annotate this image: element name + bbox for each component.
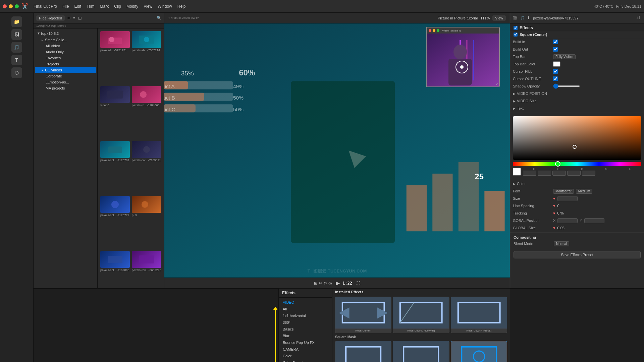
inspector-icon-info[interactable]: ℹ [528, 16, 529, 20]
cursor-fill-checkbox[interactable] [553, 69, 558, 74]
fullscreen-btn[interactable]: ⛶ [356, 281, 360, 286]
pip-maximize[interactable] [437, 29, 439, 32]
timeline-tool-5[interactable]: ↩ [183, 292, 187, 296]
font-weight-dropdown[interactable]: Medium [576, 189, 593, 194]
effect-2[interactable]: Rect (DownR->TopL) [451, 297, 507, 333]
window-controls[interactable] [3, 4, 19, 8]
maximize-btn[interactable] [15, 4, 19, 8]
sidebar-icon-titles[interactable]: T [11, 55, 22, 65]
build-out-checkbox[interactable] [553, 47, 558, 52]
thumb-9[interactable]: pexels-ron...-6652296 [132, 251, 161, 304]
hue-bar[interactable] [513, 162, 641, 166]
effects-cat-color-presets[interactable]: Color Presets [279, 359, 332, 362]
hue-cursor[interactable] [555, 161, 560, 167]
menu-file[interactable]: File [62, 4, 69, 9]
inspector-icon-audio[interactable]: 🎵 [520, 16, 525, 20]
global-pos-x-input[interactable]: 0,52 px [557, 218, 578, 223]
timeline-tool-2[interactable]: ≡ [172, 292, 174, 296]
thumb-4[interactable]: pexels-cot...-7170781 [100, 141, 130, 194]
view-list-btn[interactable]: ≡ [73, 16, 75, 20]
trim-btn[interactable]: ✂ [319, 281, 322, 286]
thumb-3[interactable]: pexels-ro...-8184068 [132, 86, 161, 139]
close-btn[interactable] [3, 4, 7, 8]
search-btn[interactable]: 🔍 [157, 16, 161, 20]
tracking-heart-icon[interactable]: ♥ [553, 211, 555, 215]
build-in-checkbox[interactable] [553, 40, 558, 44]
timeline-tool-3[interactable]: ⊡ [175, 292, 179, 296]
global-size-heart-icon[interactable]: ♥ [553, 226, 555, 230]
global-pos-y-input[interactable]: 0,19 px [584, 218, 604, 223]
timeline-tool-4[interactable]: ▾ [180, 292, 182, 296]
effect-4[interactable]: Rect (TopR->DownL) [393, 341, 449, 362]
effects-cat-blur[interactable]: Blur [279, 333, 332, 339]
clip-appearance-btn[interactable]: ◫ [78, 16, 82, 20]
menu-finalcut[interactable]: Final Cut Pro [34, 4, 57, 9]
menu-view[interactable]: View [144, 4, 152, 9]
play-pause-btn[interactable]: ▶ [336, 280, 340, 286]
top-bar-color-swatch[interactable] [553, 61, 560, 67]
effects-cat-basics[interactable]: Basics [279, 326, 332, 333]
l-input[interactable]: 0 [582, 171, 595, 176]
top-bar-dropdown[interactable]: Fully Visible [553, 54, 576, 59]
color-swatch-white[interactable] [513, 168, 521, 176]
menu-clip[interactable]: Clip [114, 4, 121, 9]
effects-cat-all[interactable]: All [279, 306, 332, 312]
shadow-opacity-slider[interactable] [553, 85, 580, 87]
effect-0[interactable]: Rect (Center) [335, 297, 391, 333]
thumb-11[interactable]: pexels-ya...-7315397 [132, 306, 161, 359]
favorites-item[interactable]: Favorites [35, 55, 96, 61]
sidebar-icon-music[interactable]: 🎵 [11, 42, 22, 53]
inspector-icon-video[interactable]: 🎬 [513, 16, 518, 20]
menu-edit[interactable]: Edit [74, 4, 81, 9]
llmotion-item[interactable]: LLmotion-as... [35, 79, 96, 85]
effect-1[interactable]: Rect (DownL->DownR) [393, 297, 449, 333]
audio-only-item[interactable]: Audio Only [35, 49, 96, 55]
all-video-item[interactable]: All Video [35, 43, 96, 49]
size-heart-icon[interactable]: ♥ [553, 196, 555, 200]
ma-projects-item[interactable]: MA projects [35, 85, 96, 91]
sidebar-icon-library[interactable]: 📁 [11, 16, 22, 27]
menu-mark[interactable]: Mark [100, 4, 109, 9]
sidebar-icon-photos[interactable]: 🖼 [11, 29, 22, 40]
fcpx-version[interactable]: ▾fcpx10.5.2 [35, 30, 96, 37]
thumb-10[interactable]: pexels-mi...-7626887 [100, 306, 130, 359]
effects-cat-1x1[interactable]: 1x1 horizontal [279, 312, 332, 319]
timeline-tool-6[interactable]: ↪ [188, 292, 192, 296]
menu-trim[interactable]: Trim [87, 4, 95, 9]
gradient-cursor[interactable] [573, 145, 577, 149]
thumb-1[interactable]: pexels-sh...-7507214 [132, 31, 161, 84]
corporate-item[interactable]: Corporate [35, 73, 96, 79]
line-spacing-heart-icon[interactable]: ♥ [553, 204, 555, 208]
r-input[interactable]: 235 [523, 171, 536, 176]
effects-cat-video[interactable]: VIDEO [279, 299, 332, 306]
effect-3[interactable]: Rect (TopL->DownR) [335, 341, 391, 362]
tools-btn[interactable]: ⚙ [323, 281, 327, 286]
effects-checkbox[interactable] [514, 26, 518, 30]
sidebar-icon-generators[interactable]: ⬡ [11, 67, 22, 78]
effects-cat-color[interactable]: Color [279, 353, 332, 359]
smart-collections-item[interactable]: ▸ Smart Colle... [35, 37, 96, 43]
s-input[interactable]: 54 [567, 171, 581, 176]
effects-cat-bounce[interactable]: Bounce Pop-Up FX [279, 339, 332, 346]
menu-modify[interactable]: Modify [126, 4, 138, 9]
menu-help[interactable]: Help [177, 4, 186, 9]
save-effects-preset-btn[interactable]: Save Effects Preset [514, 251, 641, 258]
timeline-tool-1[interactable]: ⊞ [167, 292, 170, 296]
effects-cat-360[interactable]: 360° [279, 319, 332, 326]
thumb-2[interactable]: video3 [100, 86, 130, 139]
font-family-dropdown[interactable]: Montserrat [553, 189, 574, 194]
cc-videos-item[interactable]: ▾ CC videos [35, 67, 96, 73]
size-input[interactable]: 70,0 [557, 196, 578, 201]
pip-resize-handle[interactable]: ↙ [496, 82, 498, 86]
hide-rejected-btn[interactable]: Hide Rejected [36, 15, 65, 21]
g-input[interactable]: 238 [538, 171, 551, 176]
effects-cat-camera[interactable]: CAMERA [279, 346, 332, 353]
voice-btn[interactable]: ◷ [328, 281, 332, 286]
thumb-5[interactable]: pexels-cot...-7169891 [132, 141, 161, 194]
b-input[interactable]: 212 [552, 171, 566, 176]
view-grid-btn[interactable]: ⊞ [67, 16, 70, 20]
effect-5[interactable]: Square (Center) [451, 341, 507, 362]
color-gradient-picker[interactable] [513, 116, 641, 160]
thumb-6[interactable]: pexels-cot...-7170777 [100, 196, 130, 249]
thumb-0[interactable]: pexels-ti...-5751971 [100, 31, 130, 84]
